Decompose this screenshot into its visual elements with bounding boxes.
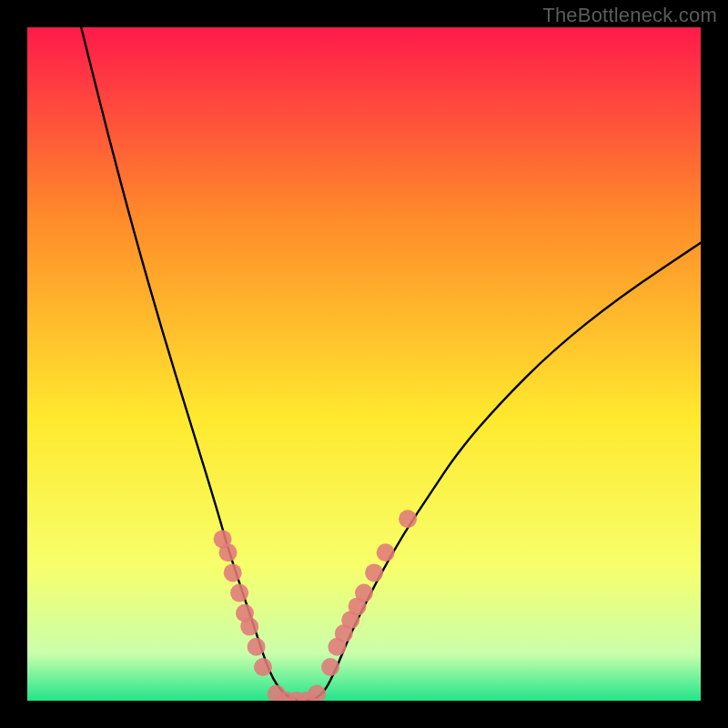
marker-dot: [248, 638, 266, 656]
marker-dot: [308, 685, 326, 701]
marker-dot: [254, 658, 272, 676]
marker-dot: [399, 510, 417, 528]
marker-dot: [224, 563, 242, 581]
marker-dot: [230, 584, 248, 602]
data-markers: [214, 510, 418, 701]
marker-dot: [240, 618, 258, 636]
marker-dot: [377, 543, 395, 561]
chart-frame: TheBottleneck.com: [0, 0, 728, 728]
marker-dot: [355, 584, 373, 602]
bottleneck-curve: [81, 27, 701, 701]
watermark-text: TheBottleneck.com: [542, 4, 717, 27]
marker-dot: [365, 563, 383, 581]
marker-dot: [219, 543, 238, 561]
plot-area: [27, 27, 701, 701]
marker-dot: [321, 658, 339, 676]
curve-layer: [27, 27, 701, 701]
